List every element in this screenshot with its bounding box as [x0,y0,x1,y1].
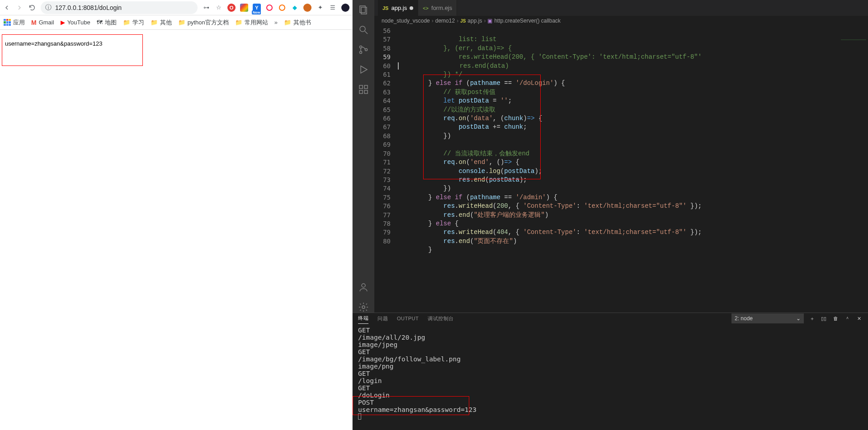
site-info-icon[interactable]: ⓘ [45,4,52,12]
breadcrumb-file: app.js [467,18,482,24]
apps-label: 应用 [13,19,25,27]
common-label: 常用网站 [245,19,268,27]
panel-tabs: 终端 问题 OUTPUT 调试控制台 2: node ⌄ ＋ ▯▯ 🗑 ＾ ✕ [353,313,868,324]
svg-rect-9 [359,90,363,93]
address-bar[interactable]: ⓘ 127.0.0.1:8081/doLogin [41,1,198,14]
star-icon[interactable]: ☆ [215,4,223,12]
bookmark-common[interactable]: 📁常用网站 [235,19,268,27]
profile-avatar-icon[interactable] [341,4,349,12]
extension-icon-3[interactable]: YNew [253,4,261,12]
tab-app-js[interactable]: JS app.js [378,0,418,16]
js-file-icon: JS [382,5,388,11]
chevron-down-icon: ⌄ [796,315,801,322]
run-debug-icon[interactable] [358,64,369,75]
bookmark-study[interactable]: 📁学习 [123,19,144,27]
maps-icon: 🗺 [97,19,103,26]
bottom-panel: 终端 问题 OUTPUT 调试控制台 2: node ⌄ ＋ ▯▯ 🗑 ＾ ✕ … [353,313,868,430]
back-button[interactable] [3,4,11,12]
reading-list-icon[interactable]: ☰ [329,4,337,12]
extension-cookie-icon[interactable] [303,4,311,12]
bookmark-python[interactable]: 📁python官方文档 [178,19,229,27]
vscode-window: JS app.js <> form.ejs node_study_vscode … [353,0,868,430]
new-terminal-icon[interactable]: ＋ [808,315,816,322]
maps-label: 地图 [105,19,117,27]
page-output-box: username=zhangsan&password=123 [2,34,143,66]
method-icon: ▣ [487,18,492,24]
svg-line-3 [365,31,368,34]
svg-rect-10 [364,90,368,93]
accounts-icon[interactable] [358,282,369,293]
youtube-icon: ▶ [61,19,65,26]
source-control-icon[interactable] [358,44,369,55]
apps-shortcut[interactable]: 应用 [4,19,25,27]
bookmark-overflow[interactable]: » [274,19,278,26]
bookmark-gmail[interactable]: MGmail [31,19,54,26]
editor-tabs: JS app.js <> form.ejs [374,0,868,16]
settings-gear-icon[interactable] [358,302,369,313]
gmail-icon: M [31,19,37,26]
terminal-output[interactable]: GET /image/all/20.jpg image/jpeg GET /im… [353,324,868,430]
folder-icon: 📁 [284,19,291,26]
kill-terminal-icon[interactable]: 🗑 [832,316,839,321]
folder-icon: 📁 [151,19,158,26]
breadcrumb[interactable]: node_study_vscode › demo12 › JS app.js ›… [374,16,868,26]
breadcrumb-symbol: http.createServer() callback [494,18,561,24]
bookmark-youtube[interactable]: ▶YouTube [61,19,90,26]
tab-label: form.ejs [431,5,452,11]
folder-icon: 📁 [123,19,130,26]
svg-point-13 [362,306,365,308]
tab-form-ejs[interactable]: <> form.ejs [418,0,457,16]
extension-icon-ring2[interactable] [278,4,286,12]
folder-icon: 📁 [235,19,242,26]
bookmark-other-bm[interactable]: 📁其他书 [284,19,311,27]
minimap[interactable] [839,26,868,313]
page-output-text: username=zhangsan&password=123 [5,40,102,47]
study-label: 学习 [132,19,144,27]
split-terminal-icon[interactable]: ▯▯ [820,316,827,322]
python-label: python官方文档 [188,19,229,27]
panel-tab-problems[interactable]: 问题 [377,313,388,324]
youtube-label: YouTube [67,19,90,26]
js-file-icon: JS [460,19,466,23]
search-icon[interactable] [358,24,369,35]
svg-point-5 [360,51,362,54]
terminal-selector[interactable]: 2: node ⌄ [731,313,804,323]
folder-icon: 📁 [178,19,185,26]
svg-point-4 [360,46,362,48]
close-panel-icon[interactable]: ✕ [855,316,863,322]
code-content: list: list }, (err, data)=> { res.writeH… [398,26,839,313]
svg-rect-8 [359,85,363,89]
otherbm-label: 其他书 [293,19,311,27]
panel-tab-output[interactable]: OUTPUT [397,314,419,323]
annotation-box-terminal [353,396,469,415]
terminal-selector-label: 2: node [735,315,753,322]
breadcrumb-root: node_study_vscode [382,18,430,24]
maximize-panel-icon[interactable]: ＾ [844,315,851,322]
forward-button[interactable] [15,4,24,12]
svg-marker-7 [361,66,367,73]
panel-tab-debug[interactable]: 调试控制台 [428,313,454,324]
extension-icon-ring1[interactable] [265,4,274,12]
code-editor[interactable]: 5657585960616263646566676869707172737475… [374,26,868,313]
reload-button[interactable] [28,4,36,12]
bookmarks-bar: 应用 MGmail ▶YouTube 🗺地图 📁学习 📁其他 📁python官方… [0,15,352,30]
activity-bar [353,0,374,313]
chevron-right-icon: › [484,18,486,24]
svg-rect-11 [364,85,368,89]
line-gutter: 5657585960616263646566676869707172737475… [374,26,398,313]
extension-icon-2[interactable] [240,4,248,12]
chevron-right-icon: › [457,18,458,24]
svg-point-2 [360,26,365,32]
panel-tab-terminal[interactable]: 终端 [358,313,368,324]
explorer-icon[interactable] [358,5,369,15]
bookmark-maps[interactable]: 🗺地图 [97,19,117,27]
page-content: username=zhangsan&password=123 [0,30,352,430]
key-icon[interactable]: ⊶ [202,4,210,12]
extensions-icon[interactable] [358,84,369,95]
extension-icon-hex[interactable]: ◆ [291,4,299,12]
svg-point-6 [365,49,368,51]
bookmark-other[interactable]: 📁其他 [151,19,172,27]
browser-toolbar: ⓘ 127.0.0.1:8081/doLogin ⊶ ☆ O YNew ◆ ✦ … [0,0,352,15]
extensions-puzzle-icon[interactable]: ✦ [316,4,324,12]
extension-icon-1[interactable]: O [227,4,236,12]
